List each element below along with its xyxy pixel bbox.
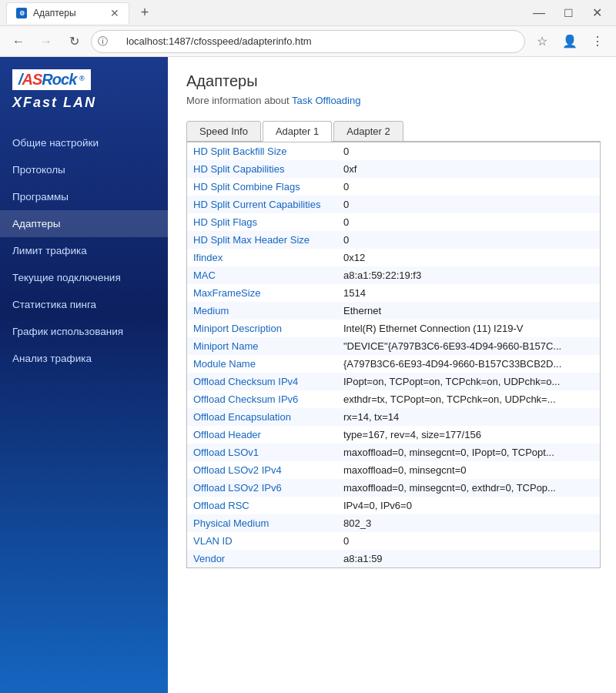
sidebar-item-usage-graph[interactable]: График использования [0, 318, 168, 345]
forward-button[interactable]: → [35, 31, 57, 52]
table-row: Offload LSOv2 IPv4maxoffload=0, minsegcn… [187, 461, 600, 479]
back-button[interactable]: ← [8, 31, 29, 52]
table-cell-key: Offload LSOv1 [187, 444, 337, 461]
tab-close-button[interactable]: ✕ [110, 7, 119, 19]
table-cell-key: Module Name [187, 355, 337, 373]
table-cell-value: rx=14, tx=14 [337, 408, 600, 426]
app-container: /ASRock ® XFast LAN Общие настройки Прот… [0, 57, 616, 693]
table-cell-value: {A797B3C6-6E93-4D94-9660-B157C33BCB2D... [337, 355, 600, 373]
table-cell-value: a8:a1:59 [337, 550, 600, 567]
sidebar-item-adapters[interactable]: Адаптеры [0, 210, 168, 237]
table-row: Ifindex0x12 [187, 249, 600, 266]
table-cell-key: HD Split Current Capabilities [187, 196, 337, 213]
table-cell-value: IPopt=on, TCPopt=on, TCPchk=on, UDPchk=o… [337, 373, 600, 390]
address-input[interactable] [111, 35, 518, 47]
sidebar-item-programs[interactable]: Программы [0, 183, 168, 210]
adapter-table-container: HD Split Backfill Size0HD Split Capabili… [186, 142, 601, 568]
tab-adapter-2[interactable]: Adapter 2 [333, 121, 403, 142]
window-close-button[interactable]: ✕ [584, 5, 610, 20]
table-row: Offload Checksum IPv4IPopt=on, TCPopt=on… [187, 373, 600, 390]
table-cell-value: 0 [337, 178, 600, 196]
table-cell-value: 0 [337, 532, 600, 550]
sidebar-item-protocols[interactable]: Протоколы [0, 156, 168, 183]
table-row: VLAN ID0 [187, 532, 600, 550]
xfast-lan-label: XFast LAN [12, 95, 96, 111]
table-row: Module Name{A797B3C6-6E93-4D94-9660-B157… [187, 355, 600, 373]
table-cell-value: 0 [337, 231, 600, 249]
table-cell-key: HD Split Combine Flags [187, 178, 337, 196]
table-cell-value: IPv4=0, IPv6=0 [337, 497, 600, 514]
table-row: HD Split Capabilities0xf [187, 160, 600, 178]
task-offloading-link[interactable]: Task Offloading [292, 95, 360, 106]
adapter-table: HD Split Backfill Size0HD Split Capabili… [187, 142, 600, 567]
table-cell-value: type=167, rev=4, size=177/156 [337, 426, 600, 444]
browser-tab[interactable]: ⚙ Адаптеры ✕ [6, 2, 129, 24]
table-cell-key: Physical Medium [187, 514, 337, 532]
sidebar-item-ping-stats[interactable]: Статистика пинга [0, 291, 168, 318]
reload-button[interactable]: ↻ [63, 31, 85, 52]
sidebar-item-traffic-limit[interactable]: Лимит трафика [0, 237, 168, 264]
window-maximize-button[interactable]: ☐ [556, 5, 581, 20]
table-cell-key: Offload LSOv2 IPv6 [187, 479, 337, 497]
sidebar: /ASRock ® XFast LAN Общие настройки Прот… [0, 57, 168, 693]
table-row: MediumEthernet [187, 302, 600, 320]
bookmark-button[interactable]: ☆ [531, 31, 553, 52]
account-button[interactable]: 👤 [559, 31, 581, 52]
sidebar-item-current-connections[interactable]: Текущие подключения [0, 264, 168, 291]
table-cell-value: 802_3 [337, 514, 600, 532]
page-title: Адаптеры [186, 72, 601, 90]
tab-speed-info[interactable]: Speed Info [186, 121, 261, 142]
table-row: Physical Medium802_3 [187, 514, 600, 532]
table-cell-key: MaxFrameSize [187, 284, 337, 302]
new-tab-button[interactable]: + [134, 2, 156, 24]
table-row: HD Split Flags0 [187, 213, 600, 231]
table-cell-value: 0 [337, 213, 600, 231]
table-row: HD Split Max Header Size0 [187, 231, 600, 249]
table-cell-key: MAC [187, 266, 337, 284]
browser-navbar: ← → ↻ ⓘ ☆ 👤 ⋮ [0, 26, 616, 57]
table-cell-key: Vendor [187, 550, 337, 567]
table-cell-key: Miniport Name [187, 337, 337, 355]
table-cell-key: HD Split Max Header Size [187, 231, 337, 249]
table-cell-key: Miniport Description [187, 320, 337, 337]
asrock-logo-trademark: ® [79, 75, 85, 82]
table-row: Offload LSOv1maxoffload=0, minsegcnt=0, … [187, 444, 600, 461]
address-bar[interactable]: ⓘ [91, 30, 525, 53]
main-content: Адаптеры More information about Task Off… [168, 57, 616, 693]
table-cell-value: 0 [337, 196, 600, 213]
table-cell-value: 0xf [337, 160, 600, 178]
table-row: Offload LSOv2 IPv6maxoffload=0, minsegcn… [187, 479, 600, 497]
sidebar-nav: Общие настройки Протоколы Программы Адап… [0, 129, 168, 693]
table-cell-key: Ifindex [187, 249, 337, 266]
sidebar-logo: /ASRock ® XFast LAN [0, 57, 168, 117]
table-row: Offload RSCIPv4=0, IPv6=0 [187, 497, 600, 514]
table-cell-value: maxoffload=0, minsegcnt=0, IPopt=0, TCPo… [337, 444, 600, 461]
table-cell-value: Intel(R) Ethernet Connection (11) I219-V [337, 320, 600, 337]
table-cell-key: Offload LSOv2 IPv4 [187, 461, 337, 479]
table-cell-value: maxoffload=0, minsegcnt=0 [337, 461, 600, 479]
table-row: Vendora8:a1:59 [187, 550, 600, 567]
table-row: MACa8:a1:59:22:19:f3 [187, 266, 600, 284]
table-row: Miniport Name"DEVICE"{A797B3C6-6E93-4D94… [187, 337, 600, 355]
tab-title: Адаптеры [33, 8, 76, 18]
lock-icon: ⓘ [98, 35, 108, 49]
table-row: MaxFrameSize1514 [187, 284, 600, 302]
table-cell-key: Offload Checksum IPv4 [187, 373, 337, 390]
table-row: Offload Headertype=167, rev=4, size=177/… [187, 426, 600, 444]
info-text: More information about [186, 95, 292, 106]
table-row: Miniport DescriptionIntel(R) Ethernet Co… [187, 320, 600, 337]
table-cell-value: Ethernet [337, 302, 600, 320]
tabs-container: Speed Info Adapter 1 Adapter 2 [186, 120, 601, 142]
sidebar-item-traffic-analysis[interactable]: Анализ трафика [0, 345, 168, 372]
menu-button[interactable]: ⋮ [587, 31, 608, 52]
window-minimize-button[interactable]: — [525, 5, 553, 20]
table-row: HD Split Combine Flags0 [187, 178, 600, 196]
table-cell-key: HD Split Capabilities [187, 160, 337, 178]
sidebar-item-general-settings[interactable]: Общие настройки [0, 129, 168, 156]
tab-favicon: ⚙ [16, 8, 27, 18]
browser-titlebar: ⚙ Адаптеры ✕ + — ☐ ✕ [0, 0, 616, 26]
table-cell-value: 0 [337, 142, 600, 160]
tab-adapter-1[interactable]: Adapter 1 [263, 121, 332, 142]
table-cell-key: Offload Checksum IPv6 [187, 390, 337, 408]
table-cell-key: Offload Header [187, 426, 337, 444]
